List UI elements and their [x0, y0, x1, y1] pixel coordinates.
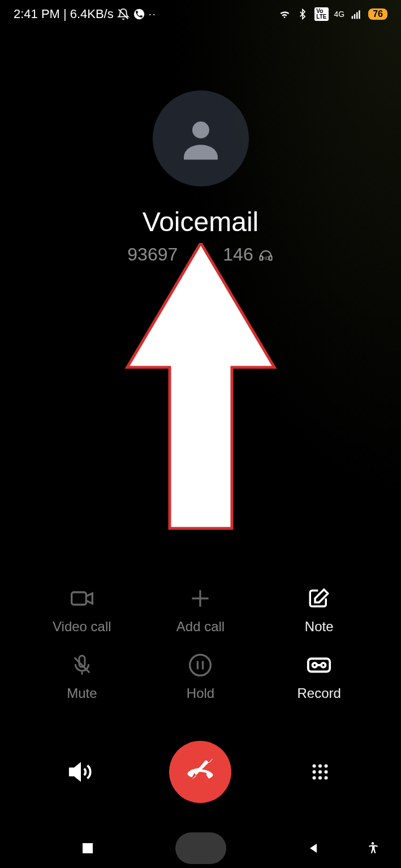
triangle-back-icon: [307, 841, 320, 855]
note-button[interactable]: Note: [260, 585, 378, 635]
annotation-arrow: [122, 243, 280, 545]
dialpad-button[interactable]: [303, 755, 337, 789]
contact-name: Voicemail: [0, 206, 401, 237]
svg-rect-31: [83, 843, 93, 853]
status-right: VoLTE 4G 76: [278, 7, 387, 21]
dialpad-icon: [310, 762, 330, 782]
hold-icon: [187, 652, 214, 679]
svg-rect-5: [359, 10, 360, 19]
video-icon: [68, 585, 96, 612]
end-call-button[interactable]: [169, 741, 231, 803]
svg-point-6: [192, 121, 209, 138]
person-icon: [175, 113, 226, 164]
status-more-icon: ··: [149, 8, 157, 20]
wifi-icon: [278, 8, 291, 20]
svg-point-29: [318, 776, 322, 780]
do-not-disturb-icon: [117, 8, 130, 20]
status-bar: 2:41 PM | 6.4KB/s ·· VoLTE 4G 76: [0, 0, 401, 28]
plus-icon: [187, 585, 214, 612]
phone-active-icon: [133, 8, 145, 20]
hold-button[interactable]: Hold: [141, 652, 260, 701]
signal-icon: [350, 8, 363, 20]
svg-point-20: [321, 663, 326, 667]
bluetooth-icon: [296, 8, 309, 20]
svg-point-28: [312, 776, 316, 780]
call-controls: Video call Add call Note Mute Hold Recor…: [0, 585, 401, 701]
record-icon: [305, 652, 333, 679]
mute-label: Mute: [67, 685, 97, 701]
note-label: Note: [305, 619, 334, 635]
status-left: 2:41 PM | 6.4KB/s ··: [14, 7, 157, 21]
bottom-actions: [0, 741, 401, 803]
svg-rect-10: [71, 592, 86, 605]
status-time: 2:41 PM: [14, 7, 60, 21]
svg-rect-4: [356, 12, 358, 19]
speaker-button[interactable]: [64, 755, 98, 789]
navigation-bar: [0, 828, 401, 868]
status-separator: |: [63, 7, 67, 21]
end-call-icon: [185, 757, 215, 787]
svg-point-30: [324, 776, 327, 780]
svg-point-23: [318, 765, 322, 768]
add-call-button[interactable]: Add call: [141, 585, 260, 635]
hold-label: Hold: [187, 685, 214, 701]
nav-home-button[interactable]: [175, 832, 226, 864]
svg-point-27: [324, 770, 327, 774]
record-label: Record: [297, 685, 340, 701]
accessibility-icon: [365, 841, 380, 856]
nav-accessibility-button[interactable]: [356, 841, 390, 856]
svg-point-19: [313, 663, 317, 667]
avatar-container: [0, 90, 401, 186]
note-icon: [305, 585, 333, 612]
svg-point-15: [190, 655, 211, 676]
mute-icon: [68, 652, 96, 679]
video-call-label: Video call: [53, 619, 111, 635]
network-type: 4G: [334, 10, 345, 19]
record-button[interactable]: Record: [260, 652, 378, 701]
svg-point-26: [318, 770, 322, 774]
mute-button[interactable]: Mute: [23, 652, 141, 701]
status-data-rate: 6.4KB/s: [70, 7, 114, 21]
contact-avatar: [153, 90, 249, 186]
square-icon: [81, 841, 94, 855]
battery-indicator: 76: [368, 8, 387, 20]
svg-rect-2: [352, 16, 353, 19]
svg-point-1: [134, 9, 144, 19]
add-call-label: Add call: [176, 619, 225, 635]
svg-point-34: [372, 842, 374, 844]
video-call-button[interactable]: Video call: [23, 585, 141, 635]
svg-point-24: [324, 765, 327, 768]
svg-rect-3: [354, 14, 356, 19]
svg-point-25: [312, 770, 316, 774]
volte-icon: VoLTE: [314, 7, 328, 21]
speaker-icon: [68, 759, 94, 785]
nav-back-button[interactable]: [296, 841, 330, 855]
nav-recent-button[interactable]: [71, 841, 105, 855]
svg-point-22: [312, 765, 316, 768]
